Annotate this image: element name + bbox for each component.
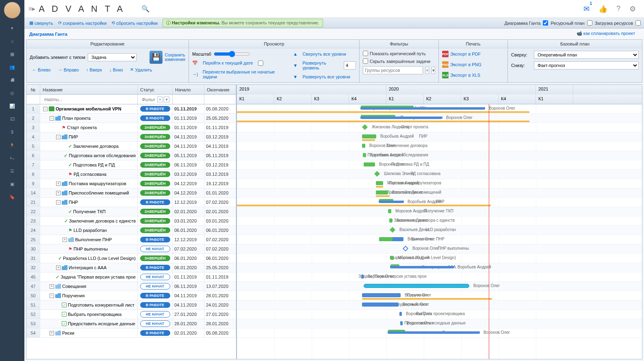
table-row[interactable]: 53 ✓ Предоставить исходные данныеНЕ НАЧА… (26, 319, 236, 329)
table-row[interactable]: 52 ✓ Выбрать проектировщикаНЕ НАЧАТ27.01… (26, 310, 236, 319)
menu-icon[interactable]: ≡▸ (28, 5, 35, 13)
hide-done-check[interactable]: Скрыть завершённые задачи (363, 58, 435, 64)
task-bar[interactable] (362, 134, 376, 138)
calendar-icon[interactable]: ▦ (0, 48, 24, 61)
task-bar[interactable] (362, 303, 399, 307)
search-icon[interactable]: 🔍 (141, 5, 150, 13)
summary-bar[interactable] (361, 117, 442, 119)
collapse-button[interactable]: ▦ свернуть (28, 20, 55, 26)
summary-bar[interactable] (379, 201, 403, 203)
tree-toggle[interactable]: − (43, 107, 48, 111)
how-to-plan-link[interactable]: 📹 как спланировать проект (577, 31, 635, 36)
gantt-row[interactable]: Заключение договораВоронов Олег (237, 142, 642, 151)
table-row[interactable]: 3 ⚑ Старт проектаЗАВЕРШЁН01.11.201901.11… (26, 123, 236, 132)
col-start-header[interactable]: Начало (173, 85, 204, 94)
baseline-top-select[interactable]: Оперативный план (534, 51, 639, 59)
table-row[interactable]: 22 ✓ Получение ТКПЗАВЕРШЁН02.01.202002.0… (26, 207, 236, 216)
task-bar[interactable] (364, 162, 375, 166)
gantt-row[interactable]: ПНР выполненыВоронов Олег (237, 244, 642, 254)
col-name-header[interactable]: Название (40, 85, 138, 94)
people-icon[interactable]: 👥 (0, 61, 24, 73)
gantt-row[interactable]: Подготовить конкурентный листВоронов Оле… (237, 300, 642, 310)
table-row[interactable]: 1− Организация мобильной VPNВ РАБОТЕ01.1… (26, 104, 236, 114)
clear-icon[interactable]: × (425, 67, 429, 74)
user-avatar[interactable] (4, 2, 20, 18)
move-left-button[interactable]: ← Влево (30, 67, 53, 73)
report-icon[interactable]: 🗠 (0, 112, 24, 125)
task-bar[interactable] (376, 190, 388, 195)
name-filter-input[interactable] (43, 96, 135, 103)
gantt-row[interactable]: ПНРВоробьев Андрей (237, 198, 642, 207)
table-row[interactable]: 14+ Приспособление помещенийЗАВЕРШЁН04.1… (26, 188, 236, 198)
resource-load-toggle[interactable] (635, 20, 641, 26)
gantt-row[interactable]: ПорученияВоронов Олег (237, 291, 642, 300)
move-right-button[interactable]: → Вправо (56, 67, 81, 73)
task-bar[interactable] (389, 218, 392, 223)
gantt-row[interactable]: РискиВоронов Олег (237, 329, 642, 338)
gantt-row[interactable]: Подготовка актов обследованияВоробьев Ан… (237, 151, 642, 160)
table-row[interactable]: 24 ⚑ LLD разработанЗАВЕРШЁН06.01.202006.… (26, 226, 236, 235)
table-row[interactable]: 6 ✓ Подготовка актов обследованияЗАВЕРШЁ… (26, 151, 236, 160)
gantt-chart[interactable]: 201920202021 К1К2К3К4К1К2К3К4К1 Организа… (237, 85, 642, 359)
gantt-row[interactable]: Заключение договора с единствВасильев Де… (237, 216, 642, 226)
table-row[interactable]: 9+ Поставка маршрутизаторовЗАВЕРШЁН04.12… (26, 179, 236, 188)
resource-groups-input[interactable] (363, 66, 423, 74)
gantt-row[interactable]: РД согласованаШилкова Элина (237, 170, 642, 179)
move-down-button[interactable]: ↓ Вниз (107, 67, 125, 73)
tree-toggle[interactable]: − (56, 200, 61, 205)
table-row[interactable]: 2− План проектаВ РАБОТЕ01.11.201925.05.2… (26, 114, 236, 123)
expand-level-button[interactable]: Развернуть уровень (300, 60, 341, 71)
col-end-header[interactable]: Окончание (204, 85, 236, 94)
target-icon[interactable]: ◎ (0, 86, 24, 99)
table-row[interactable]: 30 ⚑ ПНР выполненыНЕ НАЧАТ07.02.202007.0… (26, 244, 236, 254)
tree-toggle[interactable]: − (50, 294, 54, 298)
table-row[interactable]: 7 ✓ Подготовка РД и ПДЗАВЕРШЁН06.11.2019… (26, 160, 236, 170)
tree-toggle[interactable]: − (56, 135, 61, 139)
chart-icon[interactable]: 📊 (0, 99, 24, 112)
tree-toggle[interactable]: + (50, 331, 54, 335)
col-status-header[interactable]: Статус (138, 85, 173, 94)
col-num-header[interactable]: № (26, 85, 40, 94)
settings-icon[interactable]: ⚙ (629, 4, 636, 13)
table-row[interactable]: 23 ✓ Заключение договора с единствЗАВЕРШ… (26, 216, 236, 226)
gantt-row[interactable]: Поставка маршрутизаторовМорозов Андрей (237, 179, 642, 188)
element-type-select[interactable]: Задача (88, 53, 137, 61)
dropdown-icon[interactable]: ▾ (432, 67, 435, 74)
gantt-row[interactable]: Получение ТКПМорозов Андрей (237, 207, 642, 216)
gantt-row[interactable]: Приспособление помещенийВасильев Денис (237, 188, 642, 198)
table-row[interactable]: 51 ✓ Подготовить конкурентный листВ РАБО… (26, 300, 236, 310)
tree-toggle[interactable]: + (56, 191, 61, 195)
gantt-row[interactable]: Интеграция с АААВоробьев Андрей (237, 263, 642, 272)
task-bar[interactable] (376, 181, 383, 185)
task-bar[interactable] (400, 321, 403, 325)
table-row[interactable]: 50− ПорученияВ РАБОТЕ04.11.201928.01.202… (26, 291, 236, 300)
summary-bar[interactable] (361, 107, 485, 110)
milestone[interactable] (390, 227, 395, 233)
gantt-row[interactable]: LLD разработанВасильев Денис (237, 226, 642, 235)
task-bar[interactable] (390, 256, 394, 260)
table-row[interactable]: 4− ПИРЗАВЕРШЁН04.11.201903.12.2019 (26, 132, 236, 142)
move-up-button[interactable]: ↑ Вверх (84, 67, 104, 73)
gantt-row[interactable]: ПИРВоробьев Андрей (237, 132, 642, 142)
table-row[interactable]: 25+ Выполнение ПНРВ РАБОТЕ12.12.201907.0… (26, 235, 236, 244)
export-xls-button[interactable]: XLSЭкспорт в XLS (442, 72, 480, 78)
expand-all-button[interactable]: Развернуть все уровни (300, 73, 352, 80)
hierarchy-icon[interactable]: ⛘ (0, 73, 24, 86)
bookmark-icon[interactable]: 🔖 (0, 190, 24, 203)
save-changes-button[interactable]: 💾 Сохранить изменения (150, 51, 185, 64)
doc-icon[interactable]: ▣ (0, 177, 24, 190)
tree-toggle[interactable]: + (50, 284, 54, 289)
gantt-row[interactable]: Организация мобильной VPNВоронов Олег (237, 104, 642, 114)
table-row[interactable]: 31 ✓ Разработка LLD (Low Level Design)ЗА… (26, 254, 236, 263)
gantt-row[interactable]: Задача "Первая версия устава проеВоронов… (237, 272, 642, 282)
gantt-row[interactable]: Выполнение ПНРВоронов Олег (237, 235, 642, 244)
gantt-row[interactable]: Выбрать проектировщикаВоронов Олег (237, 310, 642, 319)
resource-plan-toggle[interactable] (587, 20, 592, 26)
save-settings-button[interactable]: ⟳сохранить настройки (56, 20, 108, 26)
table-row[interactable]: 45 ✓ Задача "Первая версия устава проеНЕ… (26, 272, 236, 282)
goto-today-button[interactable]: Перейти к текущей дате (200, 60, 256, 66)
scale-slider[interactable] (214, 51, 250, 57)
milestone[interactable] (374, 171, 380, 177)
table-row[interactable]: 47+ СовещанияНЕ НАЧАТ06.11.201913.07.202… (26, 282, 236, 291)
table-row[interactable]: 21− ПНРВ РАБОТЕ12.12.201907.02.2020 (26, 198, 236, 207)
